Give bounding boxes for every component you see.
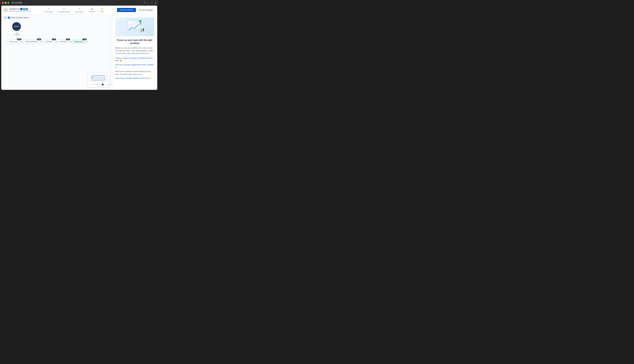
- development-box[interactable]: DEVELOPMENT: [23, 40, 40, 44]
- main-content: ? Show transition labels START Create: [1, 14, 157, 90]
- done-plus-icon: ＋: [78, 7, 81, 10]
- status-backlog[interactable]: Any BACKLOG: [8, 40, 20, 44]
- minimap-viewport: [92, 75, 104, 80]
- svg-point-15: [140, 29, 142, 30]
- transition-icon: ⇄: [91, 8, 93, 10]
- forward-button[interactable]: ›: [28, 1, 30, 4]
- workflow-title: Workflow for J ✓ ◈: [9, 8, 31, 10]
- review-box[interactable]: REVIEW: [58, 40, 69, 44]
- sidebar-link-3[interactable]: Learn how to manage workflows here in Ji…: [115, 77, 154, 80]
- status-deployed[interactable]: Any DEPLOYED: [72, 40, 85, 44]
- project-icon-2: ✓: [23, 8, 25, 10]
- minimize-traffic-light[interactable]: [5, 2, 6, 4]
- toolbar-center: ＋ To-do status ＋ In-progress status ＋ Do…: [31, 7, 117, 13]
- svg-rect-1: [12, 2, 13, 3]
- transition-action[interactable]: ⇄ Transition: [88, 8, 96, 12]
- title-bar: 私密瀏覽 ‹ › ⬆ □ ＋ ⊞: [0, 0, 158, 6]
- backlog-transition: ⇌: [20, 40, 23, 43]
- minimap: − ＋: [88, 73, 110, 87]
- deployed-box[interactable]: DEPLOYED: [72, 40, 85, 44]
- svg-rect-8: [128, 21, 131, 22]
- titlebar-right-icons: ⬆ □ ＋ ⊞: [144, 2, 157, 4]
- tabs-icon[interactable]: ⊞: [155, 2, 157, 4]
- show-transition-labels-checkbox[interactable]: Show transition labels: [8, 16, 29, 19]
- todo-status-label: To-do status: [44, 11, 53, 13]
- testing-transition: ⇌: [55, 40, 58, 43]
- inprogress-status-label: In-progress status: [58, 11, 70, 13]
- start-label: START: [14, 26, 19, 27]
- transition-labels-input[interactable]: [8, 17, 10, 19]
- workflow-diagram: START Create Any: [8, 22, 88, 44]
- create-arrow: [17, 36, 17, 38]
- rule-action[interactable]: ⚡ Rule: [100, 8, 104, 12]
- sidebar-toggle-button[interactable]: ›: [112, 18, 114, 21]
- deployed-end-transition: ⇌: [85, 40, 88, 43]
- sidebar-title: Power up your team with the right workfl…: [115, 39, 154, 45]
- sidebar-link-1[interactable]: Follow our guide to mapping a workflow w…: [115, 57, 154, 62]
- update-workflow-button[interactable]: Update workflow: [117, 8, 136, 12]
- workflow-info: Workflow for J ✓ ◈ iThome Ironman 2024 T…: [9, 8, 31, 12]
- svg-rect-2: [13, 2, 14, 3]
- svg-point-17: [143, 28, 144, 30]
- traffic-lights: [2, 2, 9, 4]
- review-transition: ⇌: [69, 40, 72, 43]
- zoom-out-button[interactable]: −: [89, 83, 91, 86]
- svg-rect-16: [141, 30, 142, 32]
- project-icons: J ✓ ◈: [20, 8, 28, 10]
- svg-rect-10: [132, 21, 135, 22]
- discard-changes-button[interactable]: Discard changes: [137, 8, 155, 12]
- development-transition: ⇌: [40, 40, 43, 43]
- bookmark-icon[interactable]: □: [148, 2, 149, 4]
- close-traffic-light[interactable]: [2, 2, 4, 4]
- testing-box[interactable]: TESTING: [43, 40, 55, 44]
- maximize-traffic-light[interactable]: [8, 2, 9, 4]
- close-workflow-button[interactable]: ✕: [4, 8, 8, 12]
- minimap-workflow-line: [92, 77, 102, 78]
- share-icon[interactable]: ⬆: [144, 2, 146, 4]
- start-arrow: [17, 31, 17, 33]
- right-sidebar: ›: [112, 14, 157, 90]
- canvas-area[interactable]: ? Show transition labels START Create: [1, 14, 112, 90]
- rule-label: Rule: [100, 11, 104, 12]
- help-icon[interactable]: ?: [4, 16, 6, 19]
- window-title-area: 私密瀏覽: [12, 2, 22, 4]
- sidebar-toggle-icon: ›: [112, 18, 112, 20]
- rule-icon: ⚡: [100, 8, 104, 10]
- transition-labels-text: Show transition labels: [10, 16, 29, 19]
- start-node[interactable]: START: [12, 22, 21, 31]
- team-name: iThome Ironman 2024 Team: [9, 10, 31, 12]
- sidebar-illustration: ✓: [115, 18, 154, 36]
- backlog-any-badge: Any: [17, 38, 21, 40]
- svg-text:✓: ✓: [140, 20, 141, 22]
- sidebar-link-2[interactable]: See how a Jira Hero mapped their team's …: [115, 64, 154, 68]
- development-any-badge: Any: [37, 38, 41, 40]
- inprogress-plus-icon: ＋: [63, 7, 65, 10]
- status-review[interactable]: Any REVIEW: [58, 40, 69, 44]
- svg-rect-11: [136, 21, 139, 22]
- done-status-action[interactable]: ＋ Done status: [75, 7, 84, 13]
- inprogress-status-action[interactable]: ＋ In-progress status: [58, 7, 70, 13]
- zoom-slider[interactable]: [92, 84, 112, 85]
- minimap-start-dot: [92, 77, 93, 78]
- svg-rect-3: [12, 3, 13, 4]
- review-any-badge: Any: [66, 38, 70, 40]
- toolbar: ✕ Workflow for J ✓ ◈ iThome Ironman 2024…: [1, 6, 157, 14]
- transition-label: Transition: [88, 11, 96, 12]
- status-testing[interactable]: Any TESTING: [43, 40, 55, 44]
- back-button[interactable]: ‹: [25, 1, 27, 4]
- window-title-text: 私密瀏覽: [15, 2, 22, 4]
- sidebar-footer-text: When you've nailed the ideal workflow fo…: [115, 70, 154, 76]
- svg-rect-9: [128, 23, 131, 24]
- status-row: Any BACKLOG ⇌ Any DEVELOPMENT ⇌ Any TEST…: [8, 40, 88, 44]
- workflow-for-label: Workflow for: [9, 8, 20, 10]
- status-development[interactable]: Any DEVELOPMENT: [23, 40, 40, 44]
- deployed-any-badge: Any: [82, 38, 86, 40]
- toolbar-right: Update workflow Discard changes: [117, 8, 155, 12]
- backlog-box[interactable]: BACKLOG: [8, 40, 20, 44]
- svg-rect-18: [143, 30, 144, 31]
- sidebar-illustration-svg: ✓: [124, 18, 146, 36]
- labels-bar: ? Show transition labels: [4, 16, 29, 19]
- plus-tab-icon[interactable]: ＋: [151, 2, 153, 4]
- todo-status-action[interactable]: ＋ To-do status: [44, 7, 53, 13]
- project-icon-3: ◈: [26, 8, 28, 10]
